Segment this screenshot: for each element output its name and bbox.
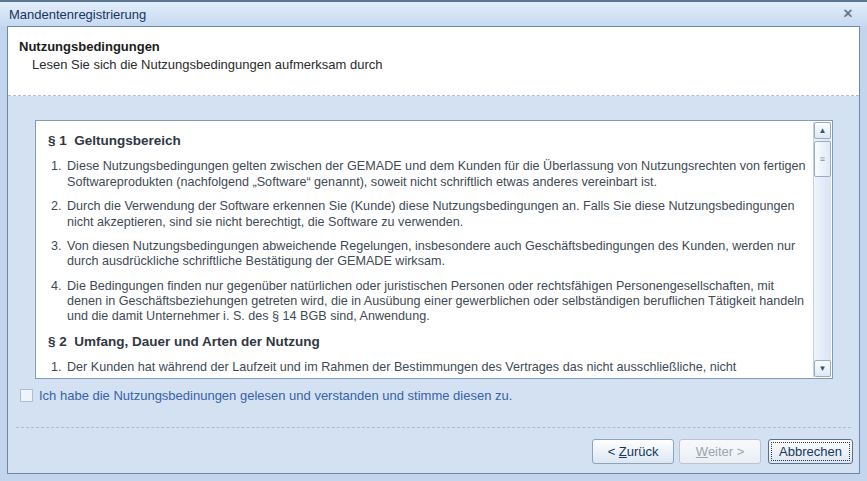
terms-scrollarea: § 1 Geltungsbereich Diese Nutzungsbeding… xyxy=(35,120,833,379)
terms-item: Diese Nutzungsbedingungen gelten zwische… xyxy=(65,159,806,190)
next-button-rest: eiter > xyxy=(708,444,745,459)
footer-separator xyxy=(16,427,851,428)
page-subtitle: Lesen Sie sich die Nutzungsbedingungen a… xyxy=(32,57,383,72)
close-icon[interactable]: ✕ xyxy=(840,6,856,22)
vertical-scrollbar[interactable]: ▲ ≡ ▼ xyxy=(813,122,831,377)
next-button[interactable]: Weiter > xyxy=(679,439,761,464)
scrollbar-thumb[interactable]: ≡ xyxy=(814,141,831,177)
back-button-mnemonic: Z xyxy=(619,444,627,459)
terms-section-list: Der Kunden hat während der Laufzeit und … xyxy=(48,360,806,378)
accept-terms-label[interactable]: Ich habe die Nutzungsbedinungen gelesen … xyxy=(39,388,512,403)
cancel-button[interactable]: Abbrechen xyxy=(768,439,853,464)
terms-section: § 1 Geltungsbereich Diese Nutzungsbeding… xyxy=(48,133,806,325)
page-title: Nutzungsbedingungen xyxy=(19,39,160,54)
back-button-rest: urück xyxy=(627,444,659,459)
terms-item: Der Kunden hat während der Laufzeit und … xyxy=(65,360,806,378)
terms-section-heading: § 1 Geltungsbereich xyxy=(48,133,806,149)
scroll-up-icon[interactable]: ▲ xyxy=(814,122,831,139)
terms-section: § 2 Umfang, Dauer und Arten der Nutzung … xyxy=(48,334,806,378)
terms-section-list: Diese Nutzungsbedingungen gelten zwische… xyxy=(48,159,806,324)
back-button[interactable]: < Zurück xyxy=(592,439,674,464)
accept-terms-checkbox[interactable] xyxy=(20,389,33,402)
terms-item: Die Bedingungen finden nur gegenüber nat… xyxy=(65,279,806,325)
titlebar: Mandentenregistrierung ✕ xyxy=(0,2,867,26)
terms-item: Von diesen Nutzungsbedingungen abweichen… xyxy=(65,239,806,270)
back-button-prefix: < xyxy=(608,444,619,459)
dialog-panel: Nutzungsbedingungen Lesen Sie sich die N… xyxy=(7,26,860,474)
terms-item: Durch die Verwendung der Software erkenn… xyxy=(65,199,806,230)
terms-section-heading: § 2 Umfang, Dauer und Arten der Nutzung xyxy=(48,334,806,350)
window-title: Mandentenregistrierung xyxy=(0,7,146,22)
terms-content: § 1 Geltungsbereich Diese Nutzungsbeding… xyxy=(36,121,810,378)
accept-terms-row: Ich habe die Nutzungsbedinungen gelesen … xyxy=(20,388,512,403)
scroll-down-icon[interactable]: ▼ xyxy=(814,360,831,377)
wizard-header: Nutzungsbedingungen Lesen Sie sich die N… xyxy=(8,27,859,96)
wizard-footer: < Zurück Weiter > Abbrechen xyxy=(587,439,853,464)
next-button-mnemonic: W xyxy=(696,444,708,459)
